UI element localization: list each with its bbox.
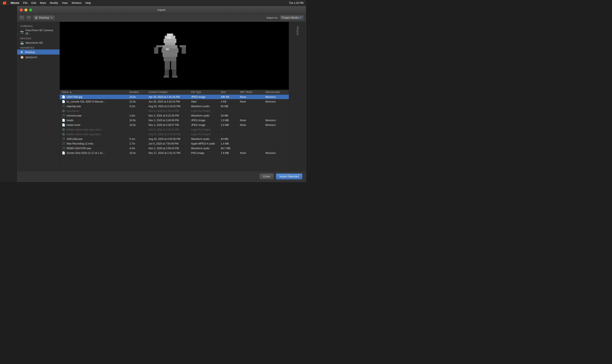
file-name-cell: 📄 Screen Shot 2020-11-17 at 1.41... [62, 151, 129, 155]
sidebar-item-tylerlynch[interactable]: 🏠 tylerlynch [17, 54, 59, 60]
right-panel: Settings [289, 22, 306, 171]
menu-file[interactable]: File [23, 1, 28, 4]
file-duration: 10.0s [129, 119, 149, 122]
col-type[interactable]: File Type [191, 91, 221, 94]
file-sidebar: CAMERAS 📷 FaceTime HD Camera (B... DEVIC… [17, 22, 60, 171]
file-stereo: Monosco [265, 95, 287, 99]
time-display: Tue 1:42 PM [289, 1, 304, 4]
location-dropdown[interactable]: 🖥 Desktop ▼ [33, 15, 55, 20]
file-type: PNG image [191, 152, 221, 155]
svg-rect-4 [165, 43, 175, 45]
table-row[interactable]: 🎵 clapclap.wav 5.2m Aug 24, 2020 at 4:16… [60, 104, 289, 109]
maximize-button[interactable] [29, 9, 32, 12]
outer-area: Import ‹ › 🖥 Desktop ▼ Import to: Projec… [0, 6, 306, 182]
file-duration: 1.6m [129, 114, 149, 117]
file-name-cell: 📄 156A7056.jpg [62, 95, 129, 99]
col-duration[interactable]: Duration [129, 91, 149, 94]
doc-icon: 📄 [62, 151, 65, 155]
sidebar-item-facetime[interactable]: 📷 FaceTime HD Camera (B... [17, 28, 59, 36]
file-duration: 10.0s [129, 95, 149, 99]
table-row[interactable]: 🎵 cremona.wav 1.6m Nov 2, 2020 at 8:15:3… [60, 113, 289, 118]
file-name: bx_console SSL 4000 G Manual... [67, 100, 105, 103]
settings-label: Settings [296, 26, 299, 35]
minimize-button[interactable] [25, 9, 28, 12]
menu-view[interactable]: View [62, 1, 68, 4]
file-created: Aug 23, 2020 at 2:36:29 PM [149, 133, 191, 136]
file-stereo: Monosco [265, 119, 287, 122]
svg-rect-3 [164, 39, 176, 43]
file-name-cell: 🎵 cremona.wav [62, 114, 129, 117]
table-row[interactable]: 📄 heads cover 10.0s Nov 2, 2020 at 4:28:… [60, 123, 289, 127]
table-row[interactable]: ⚙️ countdown Nov 8, 2020 at 2:55:31 PM L… [60, 109, 289, 113]
menu-imovie[interactable]: iMovie [11, 1, 19, 4]
import-to-select[interactable]: Project Media ▼ [280, 15, 304, 20]
svg-rect-19 [168, 35, 171, 36]
file-size: -- [221, 128, 240, 131]
table-row[interactable]: 📄 156A7056.jpg 10.0s Apr 29, 2019 at 1:4… [60, 95, 289, 99]
svg-rect-15 [165, 70, 169, 76]
svg-rect-6 [162, 48, 179, 53]
file-360: None [240, 95, 265, 99]
table-row[interactable]: ⚙️ Hidden willow (old) copy old pi... No… [60, 127, 289, 132]
file-duration: 10.0s [129, 124, 149, 127]
table-row[interactable]: 📄 heads 10.0s Nov 2, 2020 at 3:45:09 PM … [60, 118, 289, 123]
app-window: Import ‹ › 🖥 Desktop ▼ Import to: Projec… [0, 6, 306, 182]
menubar: 🍎 iMovie File Edit Mark Modify View Wind… [0, 0, 306, 6]
file-duration: 5.2m [129, 105, 149, 108]
table-row[interactable]: ⚙️ Hidden willow (old) copy.logicx Aug 2… [60, 132, 289, 137]
col-360[interactable]: 360° Mode [240, 91, 265, 94]
table-header: Name ▲ Duration Content Created File Typ… [60, 90, 289, 95]
svg-rect-20 [167, 37, 171, 39]
back-button[interactable]: ‹ [19, 15, 25, 20]
table-row[interactable]: 📄 bx_console SSL 4000 G Manual... 22.0s … [60, 99, 289, 104]
file-duration: 10.0s [129, 152, 149, 155]
svg-rect-14 [171, 61, 176, 70]
import-selected-button[interactable]: Import Selected [276, 173, 302, 180]
menu-help[interactable]: Help [85, 1, 91, 4]
forward-button[interactable]: › [26, 15, 31, 20]
doc-icon: 📄 [62, 95, 65, 99]
col-name[interactable]: Name ▲ [62, 91, 129, 94]
file-created: Nov 2, 2020 at 4:28:57 PM [149, 124, 191, 127]
file-stereo: Monosco [265, 124, 287, 127]
table-row[interactable]: 🎵 JAM (old).wav 5.1m Aug 24, 2020 at 4:3… [60, 137, 289, 141]
file-size: 1.9 MB [221, 119, 240, 122]
file-name-cell: 📄 heads cover [62, 123, 129, 127]
svg-rect-16 [172, 70, 176, 76]
col-created[interactable]: Content Created [149, 91, 191, 94]
file-type: JPEG image [191, 95, 221, 99]
svg-rect-9 [180, 45, 186, 47]
file-created: Apr 29, 2019 at 1:41:19 PM [149, 95, 191, 99]
file-type: Alias [191, 100, 221, 103]
menu-modify[interactable]: Modify [50, 1, 58, 4]
apple-menu[interactable]: 🍎 [2, 1, 7, 5]
location-label: Desktop [39, 16, 49, 19]
facetime-label: FaceTime HD Camera (B... [26, 29, 56, 35]
close-dialog-button[interactable]: Close [260, 173, 274, 180]
col-stereo[interactable]: Stereoscopic [265, 91, 287, 94]
camera-icon: 📷 [20, 30, 24, 34]
table-row[interactable]: 🎵 New Recording 12.m4a 2.7m Jun 6, 2020 … [60, 141, 289, 146]
file-type: Waveform audio [191, 105, 221, 108]
table-row[interactable]: 🎵 REMIX MASTER.wav 4.3m Nov 2, 2020 at 2… [60, 146, 289, 151]
file-name: JAM (old).wav [67, 138, 83, 141]
sidebar-item-desktop[interactable]: 🖥 Desktop [17, 50, 59, 54]
location-dropdown-arrow: ▼ [51, 16, 53, 19]
table-row[interactable]: 📄 Screen Shot 2020-11-17 at 1.41... 10.0… [60, 151, 289, 155]
file-name: Screen Shot 2020-11-17 at 1.41... [67, 152, 105, 155]
menu-window[interactable]: Window [72, 1, 81, 4]
file-name: heads cover [67, 124, 80, 127]
file-duration: 22.0s [129, 100, 149, 103]
col-size[interactable]: Size [221, 91, 240, 94]
file-duration: 5.1m [129, 138, 149, 141]
file-type: Waveform audio [191, 147, 221, 150]
close-button[interactable] [20, 9, 23, 12]
sidebar-item-macintosh-hd[interactable]: 💻 Macintosh HD [17, 40, 59, 45]
menu-edit[interactable]: Edit [31, 1, 36, 4]
svg-rect-11 [163, 53, 178, 57]
file-type: Waveform audio [191, 114, 221, 117]
file-type: Logic Pro Project [191, 109, 221, 113]
hd-icon: 💻 [20, 41, 24, 44]
svg-rect-7 [156, 45, 163, 47]
menu-mark[interactable]: Mark [40, 1, 46, 4]
